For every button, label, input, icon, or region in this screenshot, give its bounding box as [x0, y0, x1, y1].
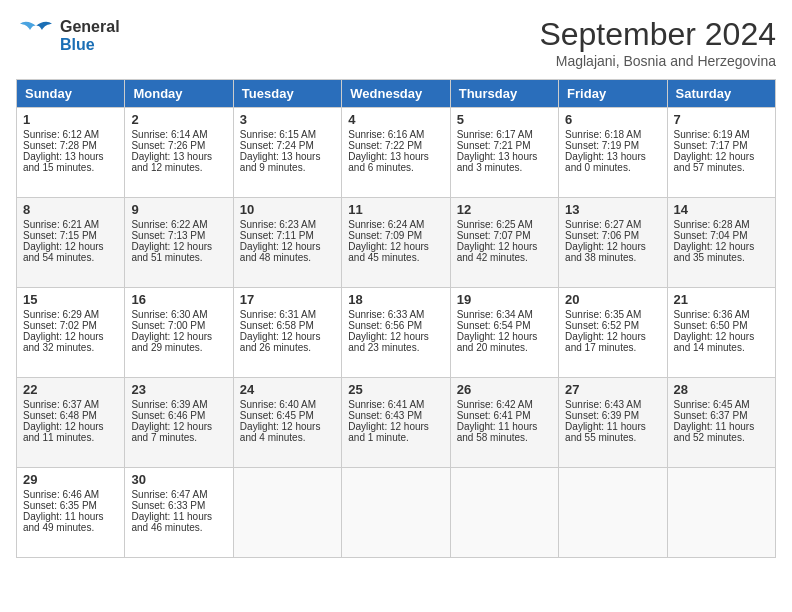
calendar-cell: 17Sunrise: 6:31 AMSunset: 6:58 PMDayligh…	[233, 288, 341, 378]
daylight: Daylight: 12 hours and 57 minutes.	[674, 151, 755, 173]
sunset: Sunset: 6:54 PM	[457, 320, 531, 331]
daylight: Daylight: 12 hours and 1 minute.	[348, 421, 429, 443]
calendar-cell: 29Sunrise: 6:46 AMSunset: 6:35 PMDayligh…	[17, 468, 125, 558]
col-thursday: Thursday	[450, 80, 558, 108]
day-number: 26	[457, 382, 552, 397]
calendar-cell: 13Sunrise: 6:27 AMSunset: 7:06 PMDayligh…	[559, 198, 667, 288]
sunrise: Sunrise: 6:25 AM	[457, 219, 533, 230]
day-number: 2	[131, 112, 226, 127]
sunrise: Sunrise: 6:33 AM	[348, 309, 424, 320]
sunset: Sunset: 7:26 PM	[131, 140, 205, 151]
daylight: Daylight: 13 hours and 12 minutes.	[131, 151, 212, 173]
col-friday: Friday	[559, 80, 667, 108]
sunset: Sunset: 7:22 PM	[348, 140, 422, 151]
calendar-cell: 5Sunrise: 6:17 AMSunset: 7:21 PMDaylight…	[450, 108, 558, 198]
calendar-cell	[667, 468, 775, 558]
calendar-cell: 23Sunrise: 6:39 AMSunset: 6:46 PMDayligh…	[125, 378, 233, 468]
sunset: Sunset: 6:43 PM	[348, 410, 422, 421]
day-number: 7	[674, 112, 769, 127]
day-number: 3	[240, 112, 335, 127]
sunset: Sunset: 6:41 PM	[457, 410, 531, 421]
daylight: Daylight: 12 hours and 4 minutes.	[240, 421, 321, 443]
sunset: Sunset: 7:15 PM	[23, 230, 97, 241]
sunset: Sunset: 7:13 PM	[131, 230, 205, 241]
sunset: Sunset: 6:46 PM	[131, 410, 205, 421]
sunset: Sunset: 7:17 PM	[674, 140, 748, 151]
sunrise: Sunrise: 6:31 AM	[240, 309, 316, 320]
sunrise: Sunrise: 6:41 AM	[348, 399, 424, 410]
month-title: September 2024	[539, 16, 776, 53]
sunset: Sunset: 6:33 PM	[131, 500, 205, 511]
day-number: 18	[348, 292, 443, 307]
sunset: Sunset: 7:28 PM	[23, 140, 97, 151]
day-number: 11	[348, 202, 443, 217]
sunset: Sunset: 6:48 PM	[23, 410, 97, 421]
calendar-cell: 30Sunrise: 6:47 AMSunset: 6:33 PMDayligh…	[125, 468, 233, 558]
day-number: 21	[674, 292, 769, 307]
calendar-cell: 1Sunrise: 6:12 AMSunset: 7:28 PMDaylight…	[17, 108, 125, 198]
daylight: Daylight: 12 hours and 26 minutes.	[240, 331, 321, 353]
sunrise: Sunrise: 6:21 AM	[23, 219, 99, 230]
day-number: 14	[674, 202, 769, 217]
sunrise: Sunrise: 6:18 AM	[565, 129, 641, 140]
day-number: 16	[131, 292, 226, 307]
sunrise: Sunrise: 6:39 AM	[131, 399, 207, 410]
day-number: 13	[565, 202, 660, 217]
day-number: 9	[131, 202, 226, 217]
sunset: Sunset: 6:50 PM	[674, 320, 748, 331]
logo-text: General Blue	[60, 18, 120, 53]
day-number: 25	[348, 382, 443, 397]
calendar-table: Sunday Monday Tuesday Wednesday Thursday…	[16, 79, 776, 558]
col-monday: Monday	[125, 80, 233, 108]
daylight: Daylight: 12 hours and 38 minutes.	[565, 241, 646, 263]
daylight: Daylight: 11 hours and 49 minutes.	[23, 511, 104, 533]
sunset: Sunset: 7:04 PM	[674, 230, 748, 241]
calendar-cell: 28Sunrise: 6:45 AMSunset: 6:37 PMDayligh…	[667, 378, 775, 468]
col-sunday: Sunday	[17, 80, 125, 108]
sunrise: Sunrise: 6:15 AM	[240, 129, 316, 140]
calendar-cell: 24Sunrise: 6:40 AMSunset: 6:45 PMDayligh…	[233, 378, 341, 468]
daylight: Daylight: 12 hours and 42 minutes.	[457, 241, 538, 263]
sunset: Sunset: 6:45 PM	[240, 410, 314, 421]
day-number: 20	[565, 292, 660, 307]
calendar-cell	[450, 468, 558, 558]
sunrise: Sunrise: 6:17 AM	[457, 129, 533, 140]
page-header: General Blue September 2024 Maglajani, B…	[16, 16, 776, 69]
sunrise: Sunrise: 6:30 AM	[131, 309, 207, 320]
calendar-cell: 15Sunrise: 6:29 AMSunset: 7:02 PMDayligh…	[17, 288, 125, 378]
logo-blue: Blue	[60, 36, 120, 54]
day-number: 27	[565, 382, 660, 397]
calendar-cell: 25Sunrise: 6:41 AMSunset: 6:43 PMDayligh…	[342, 378, 450, 468]
calendar-cell: 7Sunrise: 6:19 AMSunset: 7:17 PMDaylight…	[667, 108, 775, 198]
calendar-cell: 11Sunrise: 6:24 AMSunset: 7:09 PMDayligh…	[342, 198, 450, 288]
sunrise: Sunrise: 6:47 AM	[131, 489, 207, 500]
calendar-row-4: 22Sunrise: 6:37 AMSunset: 6:48 PMDayligh…	[17, 378, 776, 468]
sunrise: Sunrise: 6:46 AM	[23, 489, 99, 500]
day-number: 10	[240, 202, 335, 217]
sunset: Sunset: 7:06 PM	[565, 230, 639, 241]
daylight: Daylight: 12 hours and 23 minutes.	[348, 331, 429, 353]
calendar-row-3: 15Sunrise: 6:29 AMSunset: 7:02 PMDayligh…	[17, 288, 776, 378]
calendar-row-2: 8Sunrise: 6:21 AMSunset: 7:15 PMDaylight…	[17, 198, 776, 288]
sunrise: Sunrise: 6:12 AM	[23, 129, 99, 140]
sunrise: Sunrise: 6:16 AM	[348, 129, 424, 140]
sunrise: Sunrise: 6:24 AM	[348, 219, 424, 230]
daylight: Daylight: 11 hours and 55 minutes.	[565, 421, 646, 443]
calendar-row-1: 1Sunrise: 6:12 AMSunset: 7:28 PMDaylight…	[17, 108, 776, 198]
calendar-cell: 21Sunrise: 6:36 AMSunset: 6:50 PMDayligh…	[667, 288, 775, 378]
daylight: Daylight: 13 hours and 0 minutes.	[565, 151, 646, 173]
sunrise: Sunrise: 6:29 AM	[23, 309, 99, 320]
calendar-cell: 18Sunrise: 6:33 AMSunset: 6:56 PMDayligh…	[342, 288, 450, 378]
sunset: Sunset: 7:11 PM	[240, 230, 314, 241]
col-tuesday: Tuesday	[233, 80, 341, 108]
calendar-cell	[342, 468, 450, 558]
daylight: Daylight: 12 hours and 54 minutes.	[23, 241, 104, 263]
calendar-cell: 16Sunrise: 6:30 AMSunset: 7:00 PMDayligh…	[125, 288, 233, 378]
logo-icon	[16, 16, 56, 56]
logo: General Blue	[16, 16, 120, 56]
daylight: Daylight: 13 hours and 3 minutes.	[457, 151, 538, 173]
calendar-cell: 2Sunrise: 6:14 AMSunset: 7:26 PMDaylight…	[125, 108, 233, 198]
day-number: 30	[131, 472, 226, 487]
daylight: Daylight: 13 hours and 9 minutes.	[240, 151, 321, 173]
day-number: 5	[457, 112, 552, 127]
